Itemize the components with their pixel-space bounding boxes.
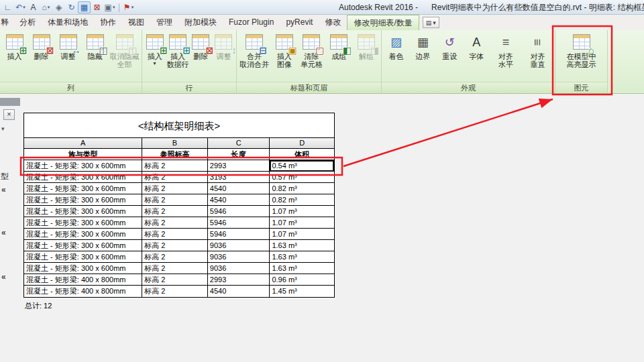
tab-modify[interactable]: 修改 xyxy=(319,15,347,30)
tab-pyrevit[interactable]: pyRevit xyxy=(280,15,319,30)
qat-switch-windows-button[interactable]: ▣▾ xyxy=(103,1,116,13)
table-cell[interactable]: 0.96 m³ xyxy=(270,274,334,286)
insert-column-button[interactable]: ⊞插入 xyxy=(1,33,28,60)
collapse-chevron-icon[interactable]: « xyxy=(1,272,6,282)
table-cell[interactable]: 1.07 m³ xyxy=(270,229,334,240)
insert-image-button[interactable]: ▣插入图像 xyxy=(271,33,298,68)
qat-undo-button[interactable]: ↶▾ xyxy=(14,1,27,13)
table-cell[interactable]: 4540 xyxy=(208,286,270,297)
qat-sync-button[interactable]: ↻ xyxy=(65,1,78,13)
tab-addins[interactable]: 附加模块 xyxy=(178,15,223,30)
qat-schedule-view-button[interactable]: ▦ xyxy=(78,1,91,13)
table-cell[interactable]: 9036 xyxy=(208,263,270,274)
table-cell[interactable]: 标高 2 xyxy=(142,194,208,206)
table-cell[interactable]: 混凝土 - 矩形梁: 300 x 600mm xyxy=(24,172,142,183)
table-cell[interactable]: 混凝土 - 矩形梁: 300 x 600mm xyxy=(24,263,142,274)
selected-cell[interactable]: 0.54 m³ xyxy=(270,160,334,172)
column-letter[interactable]: C xyxy=(208,138,270,149)
highlight-in-model-button[interactable]: ⌂在模型中高亮显示 xyxy=(559,33,604,68)
qat-section-button[interactable]: ◈ xyxy=(52,1,65,13)
table-cell[interactable]: 混凝土 - 矩形梁: 400 x 800mm xyxy=(24,286,142,297)
tab-view[interactable]: 视图 xyxy=(122,15,150,30)
tab-manage[interactable]: 管理 xyxy=(150,15,178,30)
merge-unmerge-button[interactable]: ⊟合并取消合并 xyxy=(238,33,270,68)
qat-close-hidden-windows-button[interactable]: ⊠ xyxy=(91,1,103,13)
palette-dropdown-icon[interactable]: ▾ xyxy=(1,125,5,132)
clear-cell-button[interactable]: ▢清除单元格 xyxy=(299,33,325,68)
insert-row-button[interactable]: ⊞插入▾ xyxy=(144,33,166,66)
table-cell[interactable]: 0.57 m³ xyxy=(270,172,334,183)
hide-column-button[interactable]: ◫隐藏 xyxy=(82,33,108,60)
align-horizontal-button[interactable]: ≡对齐水平 xyxy=(490,33,522,68)
table-cell[interactable]: 标高 2 xyxy=(142,172,208,183)
tab-massing-site[interactable]: 体量和场地 xyxy=(42,15,94,30)
shading-button[interactable]: ▨着色 xyxy=(383,33,409,60)
qat-default-3d-view-button[interactable]: ⌂▾ xyxy=(40,1,52,13)
collapse-chevron-icon[interactable]: « xyxy=(1,185,6,194)
table-cell[interactable]: 2993 xyxy=(208,274,270,286)
tab-modify-schedule[interactable]: 修改明细表/数量 xyxy=(347,15,419,30)
schedule-title-cell[interactable]: <结构框架明细表> xyxy=(24,113,334,138)
font-button[interactable]: A字体 xyxy=(464,33,490,60)
borders-button[interactable]: ▦边界 xyxy=(410,33,436,60)
resize-column-button[interactable]: ↔调整 xyxy=(55,33,81,60)
table-cell[interactable]: 混凝土 - 矩形梁: 400 x 800mm xyxy=(24,274,142,286)
table-cell[interactable]: 标高 2 xyxy=(142,286,208,297)
palette-grip[interactable] xyxy=(0,98,20,106)
table-cell[interactable]: 混凝土 - 矩形梁: 300 x 600mm xyxy=(24,206,142,217)
column-letter[interactable]: B xyxy=(142,138,208,149)
ribbon-display-toggle[interactable]: ▤ ▾ xyxy=(423,17,439,28)
column-header[interactable]: 参照标高 xyxy=(142,149,208,160)
table-cell[interactable]: 5946 xyxy=(208,217,270,229)
tab-fuzor-plugin[interactable]: Fuzor Plugin xyxy=(223,15,280,30)
table-cell[interactable]: 标高 2 xyxy=(142,206,208,217)
table-cell[interactable]: 1.07 m³ xyxy=(270,217,334,229)
tab-collaborate[interactable]: 协作 xyxy=(94,15,122,30)
table-cell[interactable]: 5946 xyxy=(208,229,270,240)
table-cell[interactable]: 4540 xyxy=(208,194,270,206)
table-cell[interactable]: 标高 2 xyxy=(142,160,208,172)
table-cell[interactable]: 2993 xyxy=(208,160,270,172)
table-cell[interactable]: 标高 2 xyxy=(142,217,208,229)
reset-button[interactable]: ↺重设 xyxy=(437,33,463,60)
group-button[interactable]: ◧成组 xyxy=(325,33,352,60)
palette-close-button[interactable]: × xyxy=(3,109,15,120)
tab-annotate[interactable]: 释 xyxy=(0,15,13,30)
table-cell[interactable]: 9036 xyxy=(208,251,270,263)
tab-analyze[interactable]: 分析 xyxy=(13,15,42,30)
table-cell[interactable]: 混凝土 - 矩形梁: 300 x 600mm xyxy=(24,160,142,172)
column-letter[interactable]: A xyxy=(24,138,142,149)
table-cell[interactable]: 混凝土 - 矩形梁: 300 x 600mm xyxy=(24,217,142,229)
table-cell[interactable]: 标高 2 xyxy=(142,229,208,240)
table-cell[interactable]: 3193 xyxy=(208,172,270,183)
table-cell[interactable]: 混凝土 - 矩形梁: 300 x 600mm xyxy=(24,251,142,263)
table-cell[interactable]: 1.45 m³ xyxy=(270,286,334,297)
table-cell[interactable]: 混凝土 - 矩形梁: 300 x 600mm xyxy=(24,229,142,240)
table-cell[interactable]: 标高 2 xyxy=(142,251,208,263)
column-header[interactable]: 族与类型 xyxy=(24,149,142,160)
table-cell[interactable]: 标高 2 xyxy=(142,274,208,286)
table-cell[interactable]: 1.63 m³ xyxy=(270,251,334,263)
table-cell[interactable]: 混凝土 - 矩形梁: 300 x 600mm xyxy=(24,183,142,194)
insert-data-row-button[interactable]: ⊞插入数据行 xyxy=(166,33,189,68)
table-cell[interactable]: 0.82 m³ xyxy=(270,183,334,194)
qat-modify-flag-button[interactable]: ⚑▾ xyxy=(122,1,135,13)
table-cell[interactable]: 标高 2 xyxy=(142,183,208,194)
column-header[interactable]: 长度 xyxy=(208,149,270,160)
qat-measure-button[interactable]: ∟ xyxy=(1,1,14,13)
delete-row-button[interactable]: ⊠删除 xyxy=(190,33,212,60)
column-letter[interactable]: D xyxy=(270,138,334,149)
table-cell[interactable]: 5946 xyxy=(208,206,270,217)
table-cell[interactable]: 混凝土 - 矩形梁: 300 x 600mm xyxy=(24,240,142,251)
table-cell[interactable]: 1.63 m³ xyxy=(270,240,334,251)
table-cell[interactable]: 标高 2 xyxy=(142,240,208,251)
table-cell[interactable]: 1.63 m³ xyxy=(270,263,334,274)
delete-column-button[interactable]: ⊠删除 xyxy=(28,33,54,60)
table-cell[interactable]: 标高 2 xyxy=(142,263,208,274)
table-cell[interactable]: 0.82 m³ xyxy=(270,194,334,206)
qat-text-button[interactable]: A xyxy=(27,1,40,13)
column-header[interactable]: 体积 xyxy=(270,149,334,160)
align-vertical-button[interactable]: ≡对齐垂直 xyxy=(522,33,553,68)
table-cell[interactable]: 9036 xyxy=(208,240,270,251)
table-cell[interactable]: 1.07 m³ xyxy=(270,206,334,217)
